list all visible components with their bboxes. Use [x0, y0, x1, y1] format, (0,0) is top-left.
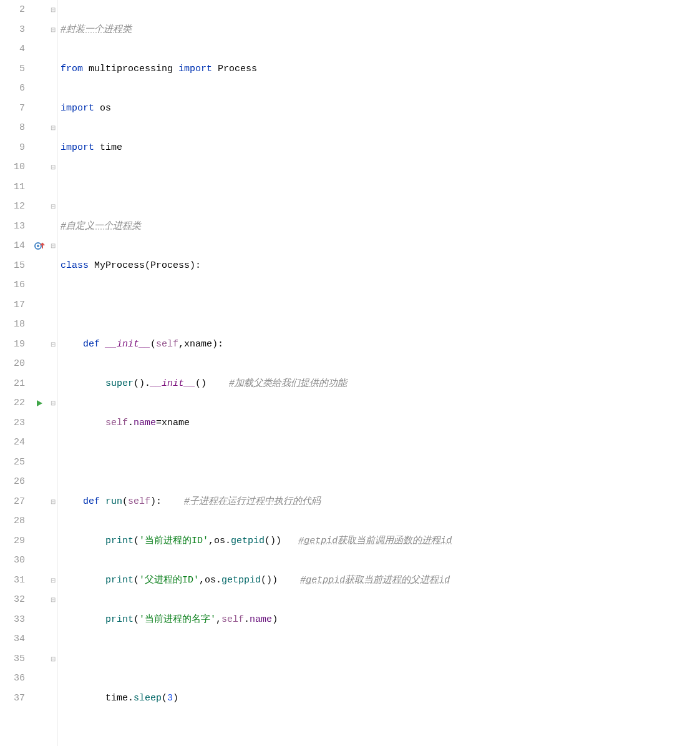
line-number: 23: [0, 413, 25, 433]
code-line[interactable]: time.sleep(3): [61, 689, 555, 709]
line-number: 34: [0, 629, 25, 649]
code-line[interactable]: class MyProcess(Process):: [61, 256, 555, 276]
line-number: 18: [0, 315, 25, 335]
line-number: 7: [0, 99, 25, 119]
line-number: 17: [0, 295, 25, 315]
line-number: 29: [0, 531, 25, 551]
line-number: 33: [0, 610, 25, 630]
fold-toggle[interactable]: ⊟: [49, 492, 57, 512]
code-line[interactable]: #封装一个进程类: [61, 20, 555, 40]
code-line[interactable]: self.name=xname: [61, 413, 555, 433]
breakpoint-override-icon[interactable]: [30, 236, 49, 256]
line-number: 20: [0, 354, 25, 374]
line-number: 27: [0, 492, 25, 512]
fold-toggle[interactable]: ⊟: [49, 236, 57, 256]
code-line[interactable]: [61, 177, 555, 197]
line-number: 2: [0, 0, 25, 20]
code-line[interactable]: print('当前进程的名字',self.name): [61, 610, 555, 630]
fold-toggle[interactable]: ⊟: [49, 0, 57, 20]
line-number: 24: [0, 433, 25, 453]
line-number: 14: [0, 236, 25, 256]
gutter-icon-column: [30, 0, 49, 746]
line-number: 6: [0, 79, 25, 99]
line-number: 16: [0, 275, 25, 295]
line-number: 10: [0, 157, 25, 177]
fold-toggle[interactable]: ⊟: [49, 590, 57, 610]
line-number: 28: [0, 511, 25, 531]
fold-toggle[interactable]: ⊟: [49, 393, 57, 413]
code-line[interactable]: [61, 295, 555, 315]
code-line[interactable]: from multiprocessing import Process: [61, 59, 555, 79]
line-number: 32: [0, 590, 25, 610]
fold-toggle[interactable]: ⊟: [49, 649, 57, 669]
line-number: 12: [0, 197, 25, 217]
fold-toggle[interactable]: ⊟: [49, 335, 57, 355]
line-number: 26: [0, 472, 25, 492]
line-number: 35: [0, 649, 25, 669]
line-number: 21: [0, 374, 25, 394]
code-line[interactable]: print('父进程的ID',os.getppid()) #getppid获取当…: [61, 571, 555, 591]
code-line[interactable]: def __init__(self,xname):: [61, 335, 555, 355]
line-number: 31: [0, 571, 25, 591]
code-line[interactable]: [61, 453, 555, 473]
line-number: 5: [0, 59, 25, 79]
fold-toggle[interactable]: ⊟: [49, 20, 57, 40]
code-line[interactable]: import time: [61, 138, 555, 158]
svg-point-1: [37, 245, 39, 247]
code-line[interactable]: import os: [61, 99, 555, 119]
code-line[interactable]: super().__init__() #加载父类给我们提供的功能: [61, 374, 555, 394]
fold-toggle[interactable]: ⊟: [49, 571, 57, 591]
code-content[interactable]: #封装一个进程类 from multiprocessing import Pro…: [58, 0, 555, 746]
line-number: 3: [0, 20, 25, 40]
line-number: 19: [0, 335, 25, 355]
line-number-gutter: 2 3 4 5 6 7 8 9 10 11 12 13 14 15 16 17 …: [0, 0, 30, 746]
line-number: 37: [0, 689, 25, 709]
code-line[interactable]: def run(self): #子进程在运行过程中执行的代码: [61, 492, 555, 512]
line-number: 4: [0, 39, 25, 59]
line-number: 30: [0, 551, 25, 571]
code-line[interactable]: print('当前进程的ID',os.getpid()) #getpid获取当前…: [61, 531, 555, 551]
fold-toggle[interactable]: ⊟: [49, 118, 57, 138]
code-line[interactable]: [61, 649, 555, 669]
code-editor[interactable]: 2 3 4 5 6 7 8 9 10 11 12 13 14 15 16 17 …: [0, 0, 700, 746]
line-number: 9: [0, 138, 25, 158]
code-line[interactable]: [61, 728, 555, 747]
run-main-icon[interactable]: [30, 393, 49, 413]
line-number: 25: [0, 453, 25, 473]
svg-marker-2: [37, 400, 42, 406]
fold-column: ⊟ ⊟ ⊟ ⊟ ⊟ ⊟ ⊟ ⊟ ⊟ ⊟ ⊟ ⊟: [49, 0, 58, 746]
line-number: 13: [0, 217, 25, 237]
line-number: 22: [0, 393, 25, 413]
line-number: 11: [0, 177, 25, 197]
line-number: 15: [0, 256, 25, 276]
line-number: 36: [0, 669, 25, 689]
code-line[interactable]: #自定义一个进程类: [61, 217, 555, 237]
line-number: 8: [0, 118, 25, 138]
fold-toggle[interactable]: ⊟: [49, 197, 57, 217]
fold-toggle[interactable]: ⊟: [49, 157, 57, 177]
